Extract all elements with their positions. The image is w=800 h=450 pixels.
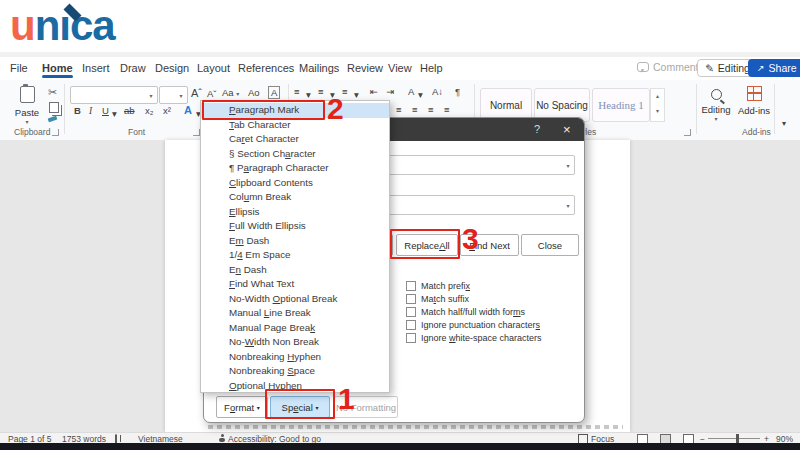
addins-button[interactable]: Add-ins [736, 86, 772, 116]
tab-view[interactable]: View [386, 57, 414, 79]
special-menu-item[interactable]: Find What Text [201, 277, 389, 292]
special-menu-item[interactable]: 1/4 Em Space [201, 248, 389, 263]
special-menu-item[interactable]: Nonbreaking Space [201, 364, 389, 379]
align-right-button[interactable]: ≡ [428, 104, 434, 116]
group-separator [774, 84, 775, 134]
font-name-input[interactable] [71, 89, 145, 101]
chevron-down-icon[interactable]: ▾ [651, 104, 664, 119]
font-dialog-launcher-icon[interactable] [193, 129, 200, 136]
asian-layout-button[interactable]: A [408, 86, 414, 98]
tab-layout[interactable]: Layout [195, 57, 232, 79]
decrease-indent-button[interactable]: ⇤ [370, 86, 378, 98]
font-name-combo[interactable]: ▾ [70, 86, 158, 104]
checkbox-icon[interactable] [406, 281, 416, 291]
character-border-button[interactable]: A [268, 86, 280, 99]
tab-review[interactable]: Review [345, 57, 385, 79]
checkbox-ignore-punctuation[interactable]: Ignore punctuation characters [406, 320, 540, 330]
special-menu-item[interactable]: Clipboard Contents [201, 176, 389, 191]
checkbox-icon[interactable] [406, 333, 416, 343]
paste-button[interactable]: Paste ▾ [10, 86, 44, 125]
zoom-slider-track[interactable] [708, 438, 760, 439]
change-case-button[interactable]: Aa ▾ [222, 87, 239, 100]
clipboard-icon [20, 86, 35, 103]
checkbox-match-half-full-width[interactable]: Match half/full width forms [406, 307, 525, 317]
chevron-down-icon[interactable]: ▾ [145, 92, 157, 99]
tab-insert[interactable]: Insert [80, 57, 112, 79]
increase-indent-button[interactable]: ⇥ [386, 86, 394, 98]
tab-help[interactable]: Help [418, 57, 445, 79]
special-menu-item[interactable]: Ellipsis [201, 205, 389, 220]
superscript-button[interactable]: x² [163, 105, 171, 117]
checkbox-match-prefix[interactable]: Match prefix [406, 281, 470, 291]
special-menu-item[interactable]: § Section Character [201, 147, 389, 162]
italic-button[interactable]: I [89, 105, 92, 117]
bold-button[interactable]: B [74, 105, 81, 117]
zoom-slider-thumb[interactable] [736, 434, 739, 443]
dialog-close-icon[interactable]: × [563, 122, 571, 137]
special-menu-item[interactable]: En Dash [201, 263, 389, 278]
font-size-combo[interactable]: ▾ [159, 86, 188, 104]
copy-button[interactable] [49, 102, 59, 113]
editing-menu-button[interactable]: Editing ▾ [700, 86, 732, 122]
align-left-button[interactable]: ≡ [396, 104, 402, 116]
tab-design[interactable]: Design [153, 57, 191, 79]
chevron-down-icon[interactable]: ▾ [418, 89, 423, 101]
chevron-down-icon: ▾ [10, 118, 44, 125]
justify-button[interactable]: ≡ [444, 104, 450, 116]
tab-draw[interactable]: Draw [118, 57, 148, 79]
share-button[interactable]: ↗ Share ▾ [748, 59, 800, 77]
styles-dialog-launcher-icon[interactable] [684, 129, 691, 136]
tab-file[interactable]: File [8, 57, 30, 79]
checkbox-icon[interactable] [406, 320, 416, 330]
tab-home[interactable]: Home [40, 57, 75, 79]
special-menu-item[interactable]: No-Width Optional Break [201, 292, 389, 307]
tab-mailings[interactable]: Mailings [297, 57, 341, 79]
strikethrough-button[interactable]: ab [124, 105, 135, 117]
font-size-input[interactable] [160, 89, 175, 101]
chevron-down-icon[interactable]: ▾ [562, 202, 574, 209]
align-center-button[interactable]: ≡ [412, 104, 418, 116]
special-menu-item[interactable]: Nonbreaking Hyphen [201, 350, 389, 365]
special-menu-item[interactable]: ¶ Paragraph Character [201, 161, 389, 176]
addins-label: Add-ins [736, 105, 772, 116]
special-menu-item[interactable]: Manual Page Break [201, 321, 389, 336]
numbering-button[interactable]: ≡ [318, 86, 324, 98]
collapse-ribbon-chevron-icon[interactable]: ▾ [782, 118, 786, 130]
special-menu-item[interactable]: Caret Character [201, 132, 389, 147]
checkbox-icon[interactable] [406, 307, 416, 317]
special-menu-item[interactable]: No-Width Non Break [201, 335, 389, 350]
checkbox-icon[interactable] [406, 294, 416, 304]
style-heading-1[interactable]: Heading 1 [592, 88, 650, 122]
chevron-down-icon[interactable]: ▾ [562, 162, 574, 169]
special-menu-item[interactable]: Full Width Ellipsis [201, 219, 389, 234]
special-menu-item[interactable]: Em Dash [201, 234, 389, 249]
subscript-button[interactable]: x₂ [145, 105, 153, 117]
chevron-up-icon[interactable]: ▴ [651, 89, 664, 104]
comments-button[interactable]: Comments [637, 61, 704, 73]
editing-label: Editing [718, 62, 750, 74]
dialog-help-icon[interactable]: ? [534, 123, 540, 135]
show-paragraph-marks-button[interactable]: ¶ [455, 86, 460, 98]
grow-font-button[interactable]: Aˆ [191, 87, 202, 99]
chevron-down-icon[interactable]: ▾ [175, 92, 187, 99]
chevron-down-icon[interactable]: ▾ [112, 108, 117, 120]
checkbox-ignore-whitespace[interactable]: Ignore white-space characters [406, 333, 542, 343]
sort-button[interactable]: A↓ [432, 86, 443, 98]
annotation-number-2: 2 [327, 92, 344, 126]
special-menu-item[interactable]: Manual Line Break [201, 306, 389, 321]
underline-button[interactable]: U [102, 105, 109, 117]
format-button[interactable]: Format ▾ [216, 396, 268, 418]
tab-references[interactable]: References [236, 57, 296, 79]
checkbox-match-suffix[interactable]: Match suffix [406, 294, 469, 304]
special-menu-item[interactable]: Column Break [201, 190, 389, 205]
clipboard-dialog-launcher-icon[interactable] [52, 129, 59, 136]
close-button[interactable]: Close [521, 234, 579, 256]
bullets-button[interactable]: ≡ [294, 86, 300, 98]
shrink-font-button[interactable]: Aˇ [207, 88, 217, 100]
format-painter-button[interactable] [48, 116, 58, 123]
styles-scrollbar[interactable]: ▴▾ [650, 88, 665, 122]
text-effects-button[interactable]: A [184, 104, 192, 116]
cut-button[interactable]: ✂ [48, 86, 57, 98]
annotation-number-1: 1 [338, 382, 355, 416]
phonetic-guide-button[interactable]: Ao [248, 87, 260, 99]
